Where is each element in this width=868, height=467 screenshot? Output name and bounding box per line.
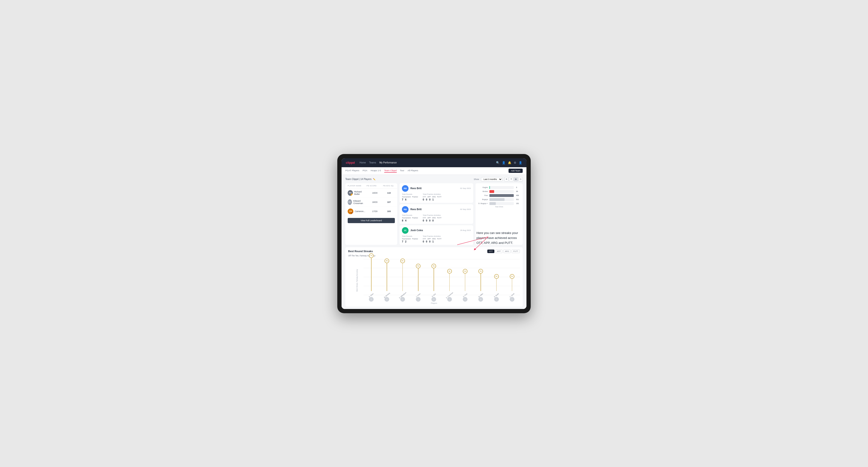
- player-name-2: Edward Crossman: [353, 200, 367, 205]
- team-header: Team Clippd | 14 Players ✏️ Show Last 3 …: [345, 177, 523, 181]
- tab-hcaps[interactable]: Hcaps 1-5: [371, 169, 381, 173]
- pb-avg-1: 110: [383, 192, 395, 194]
- streak-line: [434, 269, 434, 291]
- card-avatar-2: RB: [402, 206, 408, 213]
- bar-fill: [489, 194, 514, 197]
- bell-icon[interactable]: 🔔: [508, 161, 512, 164]
- player-card-1: RB Rees Britt 02 Sep 2023 Total Rounds T…: [400, 183, 473, 203]
- streaks-header: Best Round Streaks OTTAPPARGPUTT: [348, 250, 520, 253]
- bar-label: Pars: [477, 194, 488, 196]
- streak-player-1: 6x B. McHerg B: [381, 258, 393, 302]
- bar-container: [489, 202, 514, 205]
- practice-activities-1: Total Practice Activities OTT APP ARG PU…: [423, 193, 441, 201]
- bar-row: D. Bogeys + 131: [477, 202, 521, 205]
- add-team-button[interactable]: Add Team: [508, 168, 523, 173]
- subnav-tabs: PGAT Players PGA Hcaps 1-5 Team Clippd T…: [345, 169, 508, 173]
- filter-btn-putt[interactable]: PUTT: [512, 250, 520, 253]
- streak-player-7: 4x M. Miller M: [474, 269, 487, 302]
- streak-player-6: 4x D. Ford D: [459, 269, 471, 302]
- bar-label: Birdies: [477, 190, 488, 192]
- tournament-val-1: 7: [402, 198, 403, 201]
- stats-row-1: Total Rounds Tournament Practice 7: [402, 193, 471, 201]
- bar-value: 311: [516, 198, 521, 200]
- card-name-2: Rees Britt: [410, 208, 422, 211]
- streak-line: [480, 274, 481, 291]
- nav-menu: Home Teams My Performance: [360, 161, 496, 164]
- bar-fill: [489, 186, 490, 189]
- practice-act-types-1: OTT APP ARG PUTT: [423, 196, 441, 198]
- bar-container: [489, 186, 514, 189]
- bar-label: D. Bogeys +: [477, 203, 488, 205]
- streaks-title: Best Round Streaks: [348, 250, 373, 253]
- streak-bubble: 3x: [510, 274, 515, 279]
- bar-fill: [489, 202, 496, 205]
- team-controls: Show Last 3 months ⊞ ☰ ▦ ⊟: [474, 177, 523, 181]
- streak-chart-inner: 7x E. Ebert E 6x B. McHerg B 6x D. Billi…: [364, 259, 520, 302]
- pb-score-3: 17/20: [367, 210, 383, 213]
- settings-icon[interactable]: ⚙: [514, 161, 516, 164]
- tab-pga[interactable]: PGA: [363, 169, 367, 173]
- nav-home[interactable]: Home: [360, 161, 366, 164]
- streak-player-8: 3x R. Butler R: [490, 274, 503, 302]
- streak-line: [496, 279, 497, 291]
- table-view-icon[interactable]: ⊟: [519, 177, 523, 181]
- bar-fill: [489, 198, 504, 201]
- col-player-name: PLAYER NAME: [348, 185, 367, 187]
- tab-pgat-players[interactable]: PGAT Players: [345, 169, 359, 173]
- users-icon[interactable]: 👤: [502, 161, 505, 164]
- filter-btn-app[interactable]: APP: [495, 250, 502, 253]
- col-pb-avg: PB AVG SQ: [383, 185, 395, 187]
- filter-btn-ott[interactable]: OTT: [487, 250, 494, 253]
- chart-view-icon[interactable]: ▦: [514, 177, 518, 181]
- grid-view-icon[interactable]: ⊞: [504, 177, 508, 181]
- annotation-text: Here you can see streaks your players ha…: [476, 231, 524, 245]
- bar-container: [489, 198, 514, 201]
- nav-my-performance[interactable]: My Performance: [379, 161, 397, 164]
- round-values-1: 7 6: [402, 198, 418, 201]
- rank-badge-1: 1: [351, 194, 353, 196]
- player-name-3: Cameron...: [355, 210, 365, 213]
- streak-bubble: 4x: [463, 269, 467, 274]
- bar-value: 131: [516, 203, 521, 204]
- streak-avatar: D: [463, 297, 467, 302]
- streak-bubble: 6x: [384, 258, 389, 263]
- y-axis-label: Best Streak, Fairway Accuracy: [356, 269, 358, 291]
- streak-player-0: 7x E. Ebert E: [365, 253, 377, 302]
- tab-all-players[interactable]: All Players: [408, 169, 418, 173]
- avatar-icon[interactable]: 👤: [519, 161, 522, 164]
- list-view-icon[interactable]: ☰: [509, 177, 513, 181]
- card-name-1: Rees Britt: [410, 187, 422, 190]
- logo: clippd: [346, 161, 355, 164]
- streaks-section: Best Round Streaks OTTAPPARGPUTT Off The…: [345, 247, 523, 307]
- search-icon[interactable]: 🔍: [496, 161, 500, 164]
- tournament-label-1: Tournament: [402, 196, 411, 198]
- streak-player-5: 4x E. Crossman E: [443, 269, 456, 302]
- streak-player-name: R. Britt: [431, 293, 436, 297]
- x-axis-label: Players: [348, 302, 520, 304]
- table-row: EC 2 Edward Crossman 18/20 107: [345, 198, 397, 207]
- table-row: RB 1 Richard Butler 19/20 110: [345, 188, 397, 198]
- nav-teams[interactable]: Teams: [369, 161, 376, 164]
- rounds-group-1: Total Rounds Tournament Practice 7: [402, 193, 418, 201]
- streaks-filters: OTTAPPARGPUTT: [487, 250, 520, 253]
- navbar-actions: 🔍 👤 🔔 ⚙ 👤: [496, 161, 522, 164]
- leaderboard-header: PLAYER NAME PB SCORE PB AVG SQ: [345, 183, 397, 188]
- tab-team-clippd[interactable]: Team Clippd: [384, 169, 397, 173]
- filter-btn-arg[interactable]: ARG: [503, 250, 511, 253]
- view-leaderboard-button[interactable]: View Full Leaderboard: [348, 218, 395, 223]
- streak-player-2: 6x D. Billingham D: [397, 258, 409, 302]
- period-select[interactable]: Last 3 months: [481, 177, 502, 181]
- bar-chart: Eagles 3 Birdies 96 Pars 499 Bogeys 311 …: [477, 186, 521, 205]
- streak-line: [402, 263, 403, 291]
- bar-value: 499: [516, 195, 521, 196]
- subnav: PGAT Players PGA Hcaps 1-5 Team Clippd T…: [342, 167, 526, 175]
- bar-row: Birdies 96: [477, 190, 521, 193]
- view-icons: ⊞ ☰ ▦ ⊟: [504, 177, 523, 181]
- streak-bubble: 3x: [494, 274, 499, 279]
- edit-icon[interactable]: ✏️: [373, 178, 375, 181]
- round-types-1: Tournament Practice: [402, 196, 418, 198]
- streak-players: 7x E. Ebert E 6x B. McHerg B 6x D. Billi…: [364, 259, 520, 302]
- tab-tour[interactable]: Tour: [400, 169, 404, 173]
- stats-row-3: Total Rounds Tournament Practice 7 2: [402, 235, 471, 243]
- avatar-3: CM 3: [348, 209, 353, 214]
